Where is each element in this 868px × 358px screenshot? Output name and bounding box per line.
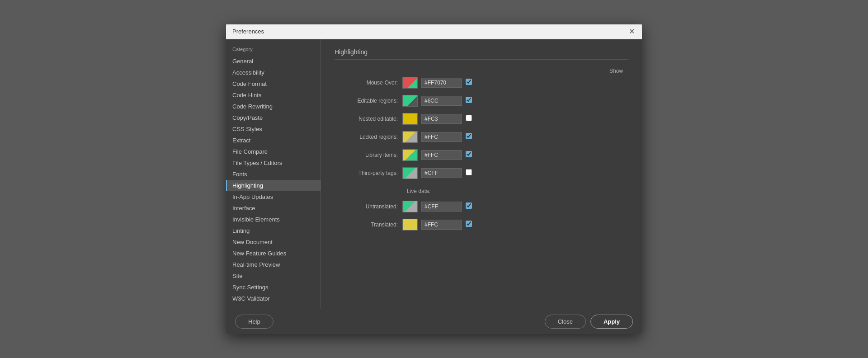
show-checkbox-cell — [466, 221, 472, 228]
highlight-row: Third-party tags: — [335, 167, 628, 179]
color-input[interactable] — [421, 96, 462, 106]
show-checkbox[interactable] — [466, 97, 472, 103]
live-table: Untranslated:Translated: — [335, 201, 628, 231]
highlight-row: Nested editable: — [335, 113, 628, 125]
color-swatch[interactable] — [402, 95, 418, 107]
highlight-row: Translated: — [335, 219, 628, 231]
highlight-label: Locked regions: — [335, 134, 402, 140]
sidebar-item-site[interactable]: Site — [226, 270, 321, 282]
color-swatch[interactable] — [402, 131, 418, 143]
sidebar-item-invisible-elements[interactable]: Invisible Elements — [226, 214, 321, 225]
highlight-row: Editable regions: — [335, 95, 628, 107]
close-button[interactable]: Close — [545, 315, 586, 329]
sidebar-item-accessibility[interactable]: Accessibility — [226, 67, 321, 78]
highlight-label: Third-party tags: — [335, 170, 402, 176]
sidebar-item-sync-settings[interactable]: Sync Settings — [226, 282, 321, 293]
color-input[interactable] — [421, 168, 462, 178]
show-checkbox-cell — [466, 115, 472, 122]
color-input[interactable] — [421, 114, 462, 124]
show-checkbox-cell — [466, 203, 472, 210]
show-checkbox-cell — [466, 169, 472, 177]
sidebar-item-general[interactable]: General — [226, 56, 321, 67]
content-area: Highlighting Show Mouse-Over:Editable re… — [321, 39, 642, 309]
sidebar-item-file-compare[interactable]: File Compare — [226, 146, 321, 157]
sidebar-item-extract[interactable]: Extract — [226, 135, 321, 146]
highlight-label: Translated: — [335, 221, 402, 228]
sidebar-header: Category — [226, 44, 321, 56]
show-checkbox[interactable] — [466, 133, 472, 139]
show-checkbox-cell — [466, 97, 472, 104]
color-input[interactable] — [421, 202, 462, 212]
sidebar-list: GeneralAccessibilityCode FormatCode Hint… — [226, 56, 321, 304]
sidebar-item-in-app-updates[interactable]: In-App Updates — [226, 191, 321, 203]
sidebar-item-interface[interactable]: Interface — [226, 203, 321, 214]
show-checkbox[interactable] — [466, 151, 472, 157]
sidebar: Category GeneralAccessibilityCode Format… — [226, 39, 321, 309]
title-bar: Preferences ✕ — [226, 24, 642, 39]
highlight-row: Locked regions: — [335, 131, 628, 143]
sidebar-item-file-types---editors[interactable]: File Types / Editors — [226, 157, 321, 169]
footer-left: Help — [235, 315, 274, 329]
sidebar-item-code-format[interactable]: Code Format — [226, 78, 321, 90]
show-header-row: Show — [335, 68, 628, 74]
help-button[interactable]: Help — [235, 315, 274, 329]
apply-button[interactable]: Apply — [590, 315, 633, 329]
color-input[interactable] — [421, 132, 462, 142]
show-label: Show — [609, 68, 623, 74]
color-input[interactable] — [421, 220, 462, 230]
sidebar-item-linting[interactable]: Linting — [226, 225, 321, 236]
color-swatch[interactable] — [402, 77, 418, 89]
content-title: Highlighting — [335, 48, 628, 60]
sidebar-item-css-styles[interactable]: CSS Styles — [226, 123, 321, 135]
highlight-row: Mouse-Over: — [335, 77, 628, 89]
color-swatch[interactable] — [402, 113, 418, 125]
sidebar-item-copy-paste[interactable]: Copy/Paste — [226, 112, 321, 123]
highlight-table: Mouse-Over:Editable regions:Nested edita… — [335, 77, 628, 179]
sidebar-item-new-document[interactable]: New Document — [226, 236, 321, 248]
highlight-label: Untranslated: — [335, 203, 402, 210]
show-checkbox[interactable] — [466, 115, 472, 121]
highlight-row: Untranslated: — [335, 201, 628, 212]
live-data-label: Live data: — [407, 188, 628, 194]
highlight-label: Library items: — [335, 152, 402, 158]
sidebar-item-highlighting[interactable]: Highlighting — [226, 180, 321, 191]
sidebar-item-code-hints[interactable]: Code Hints — [226, 90, 321, 101]
show-checkbox[interactable] — [466, 221, 472, 227]
dialog-title: Preferences — [232, 28, 264, 35]
sidebar-item-code-rewriting[interactable]: Code Rewriting — [226, 101, 321, 112]
highlight-label: Nested editable: — [335, 116, 402, 122]
show-checkbox[interactable] — [466, 169, 472, 175]
color-swatch[interactable] — [402, 167, 418, 179]
highlight-label: Editable regions: — [335, 98, 402, 104]
sidebar-item-w3c-validator[interactable]: W3C Validator — [226, 293, 321, 304]
preferences-dialog: Preferences ✕ Category GeneralAccessibil… — [226, 24, 642, 334]
show-checkbox-cell — [466, 151, 472, 159]
dialog-body: Category GeneralAccessibilityCode Format… — [226, 39, 642, 309]
sidebar-item-fonts[interactable]: Fonts — [226, 169, 321, 180]
highlight-row: Library items: — [335, 149, 628, 161]
color-input[interactable] — [421, 78, 462, 88]
sidebar-item-new-feature-guides[interactable]: New Feature Guides — [226, 248, 321, 259]
color-swatch[interactable] — [402, 149, 418, 161]
show-checkbox[interactable] — [466, 203, 472, 209]
color-input[interactable] — [421, 150, 462, 160]
sidebar-item-real-time-preview[interactable]: Real-time Preview — [226, 259, 321, 270]
footer-right: Close Apply — [545, 315, 633, 329]
show-checkbox[interactable] — [466, 79, 472, 85]
highlight-label: Mouse-Over: — [335, 80, 402, 86]
color-swatch[interactable] — [402, 219, 418, 231]
show-checkbox-cell — [466, 79, 472, 86]
color-swatch[interactable] — [402, 201, 418, 212]
show-checkbox-cell — [466, 133, 472, 141]
dialog-footer: Help Close Apply — [226, 309, 642, 334]
close-icon[interactable]: ✕ — [628, 28, 636, 35]
